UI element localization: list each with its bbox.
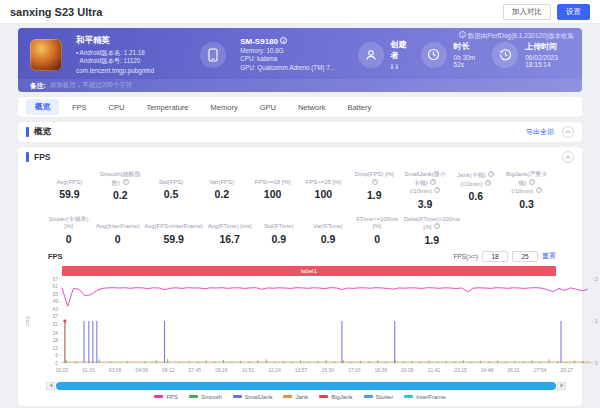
info-icon[interactable]: ?: [434, 187, 440, 193]
chevron-up-icon: [565, 155, 571, 159]
tab-Temperature[interactable]: Temperature: [137, 100, 197, 115]
overview-collapse-button[interactable]: [562, 126, 574, 138]
reset-link[interactable]: 重置: [542, 251, 556, 261]
info-icon[interactable]: ?: [488, 171, 494, 177]
tab-GPU[interactable]: GPU: [251, 100, 285, 115]
chevron-up-icon: [565, 130, 571, 134]
app-icon: [30, 39, 62, 71]
scrollbar-thumb[interactable]: [56, 382, 556, 390]
stat-value: 0: [95, 233, 140, 245]
device-cpu: CPU: kalama: [240, 55, 343, 64]
svg-text:0: 0: [595, 359, 598, 365]
svg-text:61: 61: [52, 283, 58, 289]
stat-label: Avg(FPS+InterFrame): [144, 216, 203, 231]
svg-text:2: 2: [595, 276, 598, 282]
stat-value: 0.6: [452, 190, 499, 202]
info-icon[interactable]: i: [280, 37, 287, 44]
legend-label: FPS: [166, 394, 178, 400]
export-all-link[interactable]: 导出全部: [526, 127, 554, 137]
info-icon[interactable]: ?: [430, 179, 436, 185]
legend-swatch: [189, 395, 198, 398]
svg-text:23:15: 23:15: [454, 367, 467, 373]
fps-title: FPS: [34, 152, 51, 162]
stat-cell: Avg(FPS+InterFrame)59.9: [142, 216, 205, 246]
svg-text:29:27: 29:27: [560, 367, 573, 373]
legend-item-FPS[interactable]: FPS: [154, 394, 178, 400]
info-icon[interactable]: ?: [434, 223, 440, 229]
svg-text:26:21: 26:21: [507, 367, 520, 373]
svg-text:1: 1: [595, 317, 598, 323]
clock-icon: [421, 42, 447, 68]
device-gpu: GPU: Qualcomm Adreno (TM) 7...: [240, 64, 343, 73]
stat-cell: Var(FTime)0.9: [303, 216, 352, 246]
chart-label-band[interactable]: label1: [62, 266, 556, 276]
tab-CPU[interactable]: CPU: [100, 100, 134, 115]
stat-value: 100: [249, 188, 296, 200]
svg-text:07:45: 07:45: [189, 367, 202, 373]
svg-text:09:18: 09:18: [215, 367, 228, 373]
tab-Memory[interactable]: Memory: [202, 100, 247, 115]
note-label: 备注:: [30, 81, 46, 91]
svg-text:04:39: 04:39: [135, 367, 148, 373]
legend-item-Jank[interactable]: Jank: [283, 394, 308, 400]
app-name: 和平精英: [76, 35, 186, 47]
scroll-left-button[interactable]: [46, 382, 55, 390]
legend-item-Stutter[interactable]: Stutter: [364, 394, 394, 400]
svg-text:13:57: 13:57: [295, 367, 308, 373]
stat-label: Drop(FPS) [/h] ?: [351, 171, 398, 187]
legend-label: SmallJank: [245, 394, 273, 400]
fps-collapse-button[interactable]: [562, 151, 574, 163]
legend-label: Smooth: [201, 394, 222, 400]
tab-概览[interactable]: 概览: [26, 99, 59, 115]
note-row[interactable]: 备注: 添加备注，不超过200个字符: [18, 79, 582, 92]
svg-text:18:36: 18:36: [375, 367, 388, 373]
info-icon[interactable]: ?: [485, 180, 491, 186]
chart-legend: FPSSmoothSmallJankJankBigJankStutterInte…: [18, 394, 582, 400]
svg-text:49: 49: [52, 298, 58, 304]
phone-icon: [200, 42, 226, 68]
legend-item-InterFrame[interactable]: InterFrame: [404, 394, 445, 400]
svg-text:27:54: 27:54: [534, 367, 547, 373]
svg-text:24: 24: [52, 329, 58, 335]
stat-label: FPS>=25 [%]: [300, 171, 347, 186]
scroll-right-button[interactable]: [557, 382, 566, 390]
fps-section-header: FPS: [18, 147, 582, 167]
svg-text:15:30: 15:30: [321, 367, 334, 373]
tab-Network[interactable]: Network: [289, 100, 335, 115]
legend-swatch: [404, 395, 413, 398]
legend-item-BigJank[interactable]: BigJank: [319, 394, 352, 400]
duration-block: 时长 0h 30m 52s: [421, 41, 479, 68]
threshold-input-1[interactable]: [482, 251, 508, 262]
info-icon[interactable]: ?: [372, 179, 378, 185]
add-compare-button[interactable]: 加入对比: [503, 4, 551, 20]
top-bar: sanxing S23 Ultra 加入对比 设置: [0, 0, 600, 24]
triangle-right-icon: [560, 383, 564, 388]
stat-value: 1.9: [351, 189, 398, 201]
upload-time-value: 06/02/2023 18:15:14: [525, 54, 572, 68]
upload-time-label: 上传时间: [525, 41, 572, 52]
tab-FPS[interactable]: FPS: [63, 100, 96, 115]
legend-swatch: [154, 395, 163, 398]
legend-item-SmallJank[interactable]: SmallJank: [233, 394, 273, 400]
stat-value: 59.9: [144, 233, 203, 245]
threshold-input-2[interactable]: [512, 251, 538, 262]
settings-button[interactable]: 设置: [557, 4, 590, 20]
app-version-name: • Android版本名: 1.21.18: [76, 49, 186, 57]
stat-cell: Var(FPS)0.2: [196, 171, 247, 210]
tab-Battery[interactable]: Battery: [338, 100, 380, 115]
legend-label: Jank: [295, 394, 308, 400]
creator-block: 创建者 ⅱ ⅱ: [358, 39, 407, 71]
info-icon[interactable]: ?: [123, 179, 129, 185]
svg-text:55: 55: [52, 290, 58, 296]
fps-stats-row-1: Avg(FPS)59.9Smooth(稳帧指数) ?0.2Std(FPS)0.5…: [18, 167, 582, 212]
info-icon[interactable]: ?: [529, 179, 535, 185]
fps-chart[interactable]: 061218243137434955616701200:0001:3303:06…: [18, 276, 600, 376]
stat-value: 0.9: [256, 233, 301, 245]
accent-bar: [26, 127, 29, 137]
legend-item-Smooth[interactable]: Smooth: [189, 394, 222, 400]
svg-text:24:48: 24:48: [481, 367, 494, 373]
note-placeholder: 添加备注，不超过200个字符: [50, 81, 132, 90]
chart-scrollbar: [46, 382, 566, 390]
svg-text:01:33: 01:33: [82, 367, 95, 373]
info-icon[interactable]: ?: [536, 187, 542, 193]
